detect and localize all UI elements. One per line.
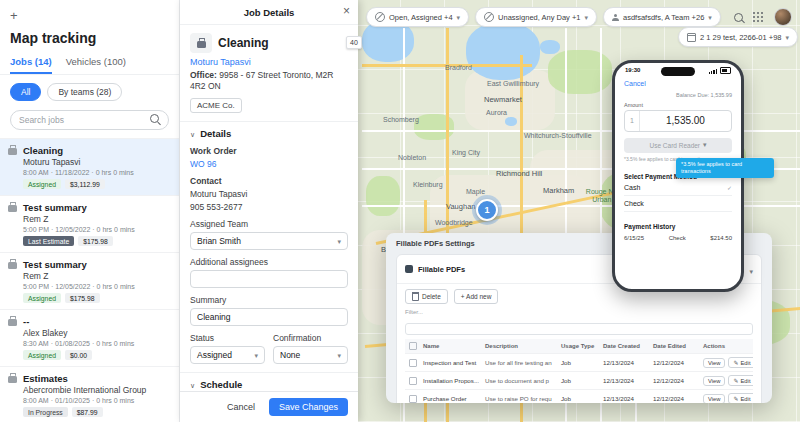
map-cluster-marker[interactable]: 1 <box>476 199 498 221</box>
delete-label: Delete <box>422 293 441 300</box>
job-list-item[interactable]: -- Alex Blakey 8:30 AM · 01/08/2025 · 0 … <box>0 310 179 367</box>
assigned-team-select[interactable]: Brian Smith <box>190 232 348 250</box>
confirmation-select[interactable]: None <box>273 346 348 364</box>
chip-team-filter[interactable]: asdfsafsdfs, A Team +26 <box>603 7 721 27</box>
details-section-header[interactable]: Details <box>190 128 348 139</box>
map-label: Markham <box>543 186 574 195</box>
chevron-down-icon <box>190 128 195 139</box>
edit-label: Edit <box>741 360 751 366</box>
chip-label: asdfsafsdfs, A Team +26 <box>623 13 704 22</box>
view-button[interactable]: View <box>703 358 725 368</box>
add-icon[interactable] <box>10 8 18 23</box>
map-label: Schomberg <box>383 116 419 123</box>
add-new-button[interactable]: + Add new <box>454 289 499 304</box>
amount-badge: $175.98 <box>78 236 113 246</box>
work-order-link[interactable]: WO 96 <box>190 159 348 169</box>
search-input[interactable] <box>10 110 169 130</box>
status-select[interactable]: Assigned <box>190 346 265 364</box>
chip-status-filter[interactable]: Open, Assigned +4 <box>366 7 469 27</box>
cell-edited: 12/12/2024 <box>651 377 701 384</box>
edit-button[interactable]: Edit <box>728 393 753 403</box>
phone-cancel-link[interactable]: Cancel <box>624 80 732 87</box>
col-name: Name <box>421 343 483 349</box>
office-address: Office: 9958 - 67 Street Toronto, M2R 4R… <box>190 70 348 93</box>
cell-name: Inspection and Test <box>421 359 483 366</box>
cell-created: 12/13/2024 <box>601 377 651 384</box>
cell-edited: 12/12/2024 <box>651 395 701 402</box>
save-button[interactable]: Save Changes <box>269 398 348 416</box>
chevron-down-icon <box>457 13 461 22</box>
chip-vehicle-filter[interactable]: 2 1 29 test, 2266-01 +98 <box>678 27 798 47</box>
row-checkbox[interactable] <box>409 395 417 403</box>
map-label: Maple <box>466 188 485 195</box>
job-list-item[interactable]: Test summary Rem Z 5:00 PM · 12/05/2022 … <box>0 196 179 253</box>
battery-icon <box>720 67 731 74</box>
edit-button[interactable]: Edit <box>728 357 753 368</box>
col-date-edited: Date Edited <box>651 343 701 349</box>
job-title: Test summary <box>23 202 135 213</box>
edit-label: Edit <box>741 378 751 384</box>
tab-jobs[interactable]: Jobs (14) <box>10 56 52 74</box>
table-row[interactable]: Installation Propos... Use to document a… <box>405 372 753 390</box>
view-button[interactable]: View <box>703 376 725 386</box>
summary-input[interactable] <box>190 308 348 326</box>
view-button[interactable]: View <box>703 394 725 404</box>
global-actions <box>734 8 792 26</box>
job-list: Cleaning Moturu Tapasvi 8:00 AM · 11/18/… <box>0 138 179 422</box>
phone-time: 19:30 <box>625 67 640 73</box>
job-list-item[interactable]: Estimates Abercrombie International Grou… <box>0 367 179 422</box>
collapse-caret-icon[interactable] <box>749 260 753 278</box>
cash-label: Cash <box>624 184 640 191</box>
apps-grid-icon[interactable] <box>753 12 764 23</box>
filter-by-teams[interactable]: By teams (28) <box>47 83 122 101</box>
schedule-section-header[interactable]: Schedule <box>190 379 348 390</box>
filter-all[interactable]: All <box>10 83 41 101</box>
card-reader-button[interactable]: Use Card Reader <box>624 138 732 153</box>
job-list-item[interactable]: Test summary Rem Z 5:00 PM · 12/05/2022 … <box>0 253 179 310</box>
amount-input[interactable]: 1 1,535.00 <box>624 110 732 132</box>
job-details-panel: Job Details Cleaning Moturu Tapasvi Offi… <box>180 0 358 422</box>
confirmation-label: Confirmation <box>273 333 348 343</box>
job-title: -- <box>23 316 134 327</box>
additional-assignees-input[interactable] <box>190 270 348 288</box>
edit-button[interactable]: Edit <box>728 375 753 386</box>
tab-vehicles[interactable]: Vehicles (100) <box>66 56 126 74</box>
filter-input[interactable] <box>405 323 753 335</box>
tabs: Jobs (14) Vehicles (100) <box>0 46 179 75</box>
chevron-down-icon <box>190 379 195 390</box>
chevron-down-icon <box>708 13 712 22</box>
chevron-down-icon <box>337 350 341 360</box>
cancel-button[interactable]: Cancel <box>221 398 261 416</box>
close-icon[interactable] <box>343 4 350 18</box>
chip-schedule-filter[interactable]: Unassigned, Any Day +1 <box>475 7 597 27</box>
payment-method-cash[interactable]: Cash <box>624 180 732 196</box>
cell-created: 12/13/2024 <box>601 395 651 402</box>
job-client: Rem Z <box>23 214 135 224</box>
delete-button[interactable]: Delete <box>405 289 448 304</box>
person-icon <box>612 14 619 21</box>
search-icon[interactable] <box>734 13 743 22</box>
edit-label: Edit <box>741 396 751 402</box>
history-date: 6/15/25 <box>624 235 644 241</box>
briefcase-icon <box>8 319 17 326</box>
chevron-down-icon <box>337 236 341 246</box>
row-checkbox[interactable] <box>409 359 417 367</box>
avatar[interactable] <box>774 8 792 26</box>
cell-created: 12/13/2024 <box>601 359 651 366</box>
history-amount: $214.50 <box>710 235 732 241</box>
job-list-item[interactable]: Cleaning Moturu Tapasvi 8:00 AM · 11/18/… <box>0 139 179 196</box>
job-title: Cleaning <box>23 145 134 156</box>
select-all-checkbox[interactable] <box>409 342 417 350</box>
payment-method-check[interactable]: Check <box>624 196 732 212</box>
table-row[interactable]: Purchase Order Use to raise PO for requ … <box>405 390 753 403</box>
table-row[interactable]: Inspection and Test Use for all fire tes… <box>405 354 753 372</box>
cell-usage: Job <box>559 377 601 384</box>
amount-badge: $0.00 <box>65 350 92 360</box>
chevron-down-icon <box>785 33 789 42</box>
job-title: Estimates <box>23 373 146 384</box>
col-date-created: Date Created <box>601 343 651 349</box>
app: Bradford East Gwillimbury Newmarket Scho… <box>0 0 800 422</box>
map-label: Woodbridge <box>435 219 473 226</box>
client-link[interactable]: Moturu Tapasvi <box>190 57 348 67</box>
row-checkbox[interactable] <box>409 377 417 385</box>
